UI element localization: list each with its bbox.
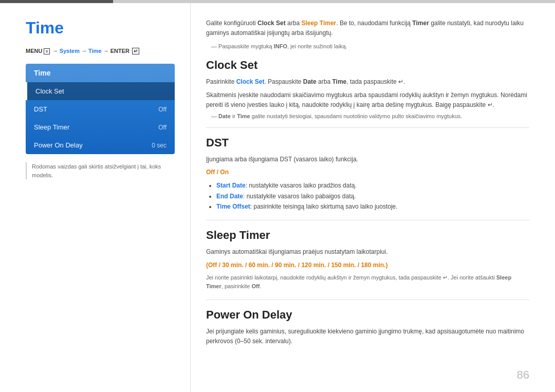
dst-bullets: Start Date: nustatykite vasaros laiko pr…: [206, 180, 529, 212]
power-on-delay-value: 0 sec: [152, 142, 166, 149]
menu-icon: ≡: [44, 48, 49, 54]
intro-note: Paspauskite mygtuką INFO, jei norite suž…: [206, 43, 529, 49]
menu-item-power-on-delay[interactable]: Power On Delay 0 sec: [26, 136, 175, 154]
clock-set-note: Date ir Time galite nustatyti tiesiogiai…: [206, 113, 529, 119]
divider-3: [206, 300, 529, 300]
power-on-delay-body: Jei prijungiate kelis gaminius, sureguli…: [206, 327, 529, 346]
sleep-timer-body: Gaminys automatiškai išjungiamas praėjus…: [206, 247, 529, 257]
menu-time: Time: [88, 48, 101, 54]
power-on-delay-label: Power On Delay: [34, 141, 83, 149]
enter-icon: ↵: [132, 48, 139, 54]
menu-item-dst[interactable]: DST Off: [26, 100, 175, 118]
sleep-timer-options: (Off / 30 min. / 60 min. / 90 min. / 120…: [206, 260, 529, 270]
dst-body: Įjungiama arba išjungiama DST (vasaros l…: [206, 155, 529, 164]
sleep-timer-label: Sleep Timer: [34, 123, 69, 131]
menu-box-header: Time: [26, 64, 175, 82]
left-note: Rodomas vaizdas gali skirtis atsižvelgia…: [26, 162, 170, 179]
dst-bullet-end: End Date: nustatykite vasaros laiko paba…: [216, 191, 529, 201]
section-title-sleep-timer: Sleep Timer: [206, 229, 529, 242]
divider-2: [206, 220, 529, 220]
section-title-clock-set: Clock Set: [206, 59, 529, 72]
right-panel: Galite konfigūruoti Clock Set arba Sleep…: [190, 3, 555, 392]
intro-paragraph: Galite konfigūruoti Clock Set arba Sleep…: [206, 18, 529, 38]
left-panel: Time MENU ≡ → System → Time → ENTER ↵ Ti…: [0, 3, 190, 392]
dst-bullet-start: Start Date: nustatykite vasaros laiko pr…: [216, 180, 529, 191]
clock-set-body-2: Skaitmenis įveskite naudodami skaičiavim…: [206, 90, 529, 110]
clock-set-label: Clock Set: [35, 87, 64, 95]
page-title: Time: [26, 18, 170, 38]
menu-system: System: [60, 48, 80, 54]
sleep-timer-value: Off: [158, 124, 166, 131]
section-title-dst: DST: [206, 136, 529, 150]
dst-label: DST: [34, 105, 47, 113]
menu-path-text: MENU ≡ → System → Time → ENTER ↵: [26, 48, 139, 54]
menu-box: Time Clock Set DST Off Sleep Timer Off P…: [26, 64, 175, 154]
sleep-timer-note: Jei norite pasirinkti laikotarpį, naudok…: [206, 273, 529, 291]
dst-off-on: Off / On: [206, 167, 529, 177]
dst-value: Off: [158, 106, 166, 113]
menu-path: MENU ≡ → System → Time → ENTER ↵: [26, 48, 170, 54]
menu-item-sleep-timer[interactable]: Sleep Timer Off: [26, 118, 175, 136]
main-layout: Time MENU ≡ → System → Time → ENTER ↵ Ti…: [0, 3, 555, 392]
page-number: 86: [517, 368, 529, 382]
dst-bullet-offset: Time Offset: pasirinkite teisingą laiko …: [216, 201, 529, 212]
divider-1: [206, 127, 529, 128]
menu-item-clock-set[interactable]: Clock Set: [26, 82, 175, 100]
clock-set-body-1: Pasirinkite Clock Set. Paspauskite Date …: [206, 77, 529, 87]
section-title-power-on-delay: Power On Delay: [206, 308, 529, 322]
